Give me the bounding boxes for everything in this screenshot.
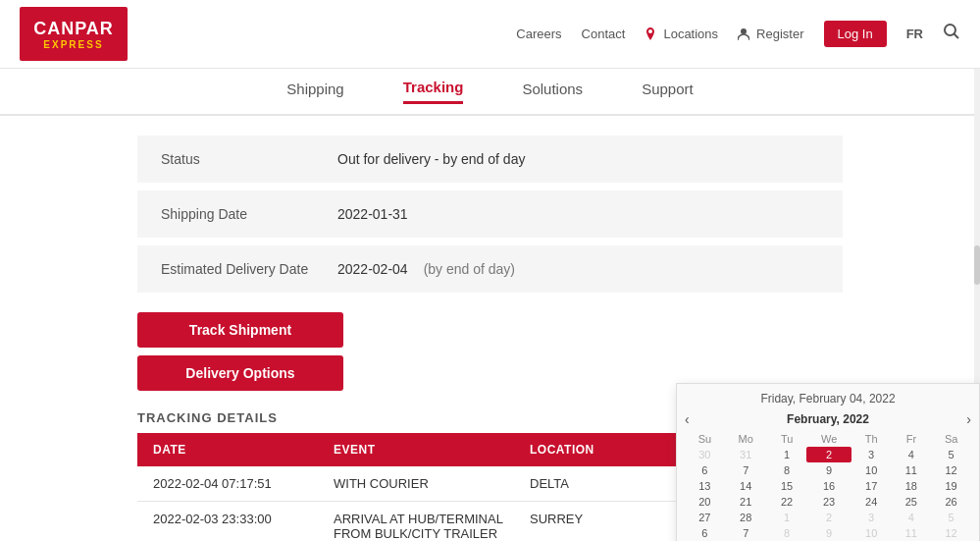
cal-header-th: Th — [851, 431, 892, 447]
language-toggle[interactable]: FR — [906, 27, 923, 41]
calendar-next-button[interactable]: › — [966, 411, 971, 427]
header-left: CANPAR EXPRESS — [20, 7, 128, 61]
logo[interactable]: CANPAR EXPRESS — [20, 7, 128, 61]
track-shipment-button[interactable]: Track Shipment — [137, 312, 343, 348]
cal-day[interactable]: 9 — [806, 462, 851, 478]
cal-header-fr: Fr — [892, 431, 932, 447]
cal-day[interactable]: 4 — [892, 447, 932, 462]
estimated-delivery-note: (by end of day) — [424, 261, 515, 277]
clock-overlay-title: Friday, February 04, 2022 — [685, 392, 971, 406]
row-date-1: 2022-02-03 23:33:00 — [137, 512, 334, 541]
row-event-0: WITH COURIER — [334, 476, 530, 491]
cal-day[interactable]: 2 — [806, 447, 851, 462]
cal-day[interactable]: 11 — [892, 462, 932, 478]
cal-day[interactable]: 1 — [767, 510, 807, 525]
col-header-date: DATE — [137, 443, 334, 457]
header-nav-top: Careers Contact Locations Register Log I… — [516, 21, 960, 47]
calendar-month-label: February, 2022 — [787, 412, 869, 426]
clock-overlay: Friday, February 04, 2022 ‹ February, 20… — [676, 383, 980, 541]
cal-day[interactable]: 6 — [685, 525, 725, 541]
register-link[interactable]: Register — [738, 27, 803, 41]
cal-day[interactable]: 15 — [767, 478, 807, 494]
shipping-date-row: Shipping Date 2022-01-31 — [137, 190, 843, 238]
nav-tracking[interactable]: Tracking — [403, 79, 464, 104]
cal-day[interactable]: 26 — [931, 494, 971, 510]
row-event-1: ARRIVAL AT HUB/TERMINAL FROM BULK/CITY T… — [334, 512, 530, 541]
cal-day[interactable]: 17 — [851, 478, 892, 494]
header: CANPAR EXPRESS Careers Contact Locations… — [0, 0, 980, 69]
cal-header-mo: Mo — [725, 431, 767, 447]
shipping-date-label: Shipping Date — [161, 206, 337, 222]
estimated-delivery-row: Estimated Delivery Date 2022-02-04 (by e… — [137, 245, 843, 293]
action-buttons: Track Shipment Delivery Options — [137, 312, 843, 391]
cal-day[interactable]: 1 — [767, 447, 807, 462]
estimated-delivery-label: Estimated Delivery Date — [161, 261, 337, 277]
estimated-delivery-value: 2022-02-04 — [337, 261, 408, 277]
cal-day[interactable]: 16 — [806, 478, 851, 494]
cal-day[interactable]: 30 — [685, 447, 725, 462]
cal-header-we: We — [806, 431, 851, 447]
cal-day[interactable]: 3 — [851, 510, 892, 525]
logo-text: CANPAR — [33, 19, 114, 38]
cal-day[interactable]: 27 — [685, 510, 725, 525]
cal-day[interactable]: 7 — [725, 525, 767, 541]
svg-point-1 — [945, 25, 955, 35]
cal-header-su: Su — [685, 431, 725, 447]
cal-day[interactable]: 9 — [806, 525, 851, 541]
contact-label: Contact — [582, 27, 626, 41]
locations-label: Locations — [663, 27, 718, 41]
cal-day[interactable]: 5 — [931, 447, 971, 462]
cal-day[interactable]: 10 — [851, 462, 892, 478]
cal-day[interactable]: 8 — [767, 525, 807, 541]
main-nav: Shipping Tracking Solutions Support — [0, 69, 980, 116]
search-button[interactable] — [943, 23, 960, 45]
cal-day[interactable]: 10 — [851, 525, 892, 541]
row-date-0: 2022-02-04 07:17:51 — [137, 476, 334, 491]
cal-day[interactable]: 3 — [851, 447, 892, 462]
cal-day[interactable]: 19 — [931, 478, 971, 494]
status-row: Status Out for delivery - by end of day — [137, 135, 843, 183]
cal-day[interactable]: 14 — [725, 478, 767, 494]
cal-day[interactable]: 4 — [892, 510, 932, 525]
cal-day[interactable]: 13 — [685, 478, 725, 494]
register-label: Register — [756, 27, 803, 41]
scrollbar-thumb[interactable] — [974, 245, 980, 285]
status-value: Out for delivery - by end of day — [337, 151, 525, 167]
nav-solutions[interactable]: Solutions — [522, 81, 583, 103]
cal-day[interactable]: 7 — [725, 462, 767, 478]
calendar-grid: Su Mo Tu We Th Fr Sa 3031123456789101112… — [685, 431, 971, 541]
nav-shipping[interactable]: Shipping — [286, 81, 343, 103]
cal-day[interactable]: 18 — [892, 478, 932, 494]
cal-header-tu: Tu — [767, 431, 807, 447]
nav-support[interactable]: Support — [642, 81, 694, 103]
shipping-date-value: 2022-01-31 — [337, 206, 408, 222]
cal-day[interactable]: 31 — [725, 447, 767, 462]
cal-day[interactable]: 12 — [931, 525, 971, 541]
cal-day[interactable]: 24 — [851, 494, 892, 510]
cal-day[interactable]: 21 — [725, 494, 767, 510]
careers-label: Careers — [516, 27, 561, 41]
cal-day[interactable]: 25 — [892, 494, 932, 510]
cal-day[interactable]: 8 — [767, 462, 807, 478]
careers-link[interactable]: Careers — [516, 27, 561, 41]
cal-day[interactable]: 11 — [892, 525, 932, 541]
status-label: Status — [161, 151, 337, 167]
delivery-options-button[interactable]: Delivery Options — [137, 355, 343, 391]
cal-day[interactable]: 6 — [685, 462, 725, 478]
cal-day[interactable]: 23 — [806, 494, 851, 510]
cal-day[interactable]: 20 — [685, 494, 725, 510]
cal-day[interactable]: 28 — [725, 510, 767, 525]
calendar-prev-button[interactable]: ‹ — [685, 411, 690, 427]
cal-header-sa: Sa — [931, 431, 971, 447]
cal-day[interactable]: 2 — [806, 510, 851, 525]
svg-line-2 — [954, 34, 959, 39]
logo-sub: EXPRESS — [33, 39, 114, 50]
cal-day[interactable]: 12 — [931, 462, 971, 478]
contact-link[interactable]: Contact — [582, 27, 626, 41]
locations-link[interactable]: Locations — [645, 27, 718, 41]
login-button[interactable]: Log In — [824, 21, 887, 47]
svg-point-0 — [741, 28, 747, 34]
cal-day[interactable]: 5 — [931, 510, 971, 525]
cal-day[interactable]: 22 — [767, 494, 807, 510]
col-header-event: EVENT — [334, 443, 530, 457]
